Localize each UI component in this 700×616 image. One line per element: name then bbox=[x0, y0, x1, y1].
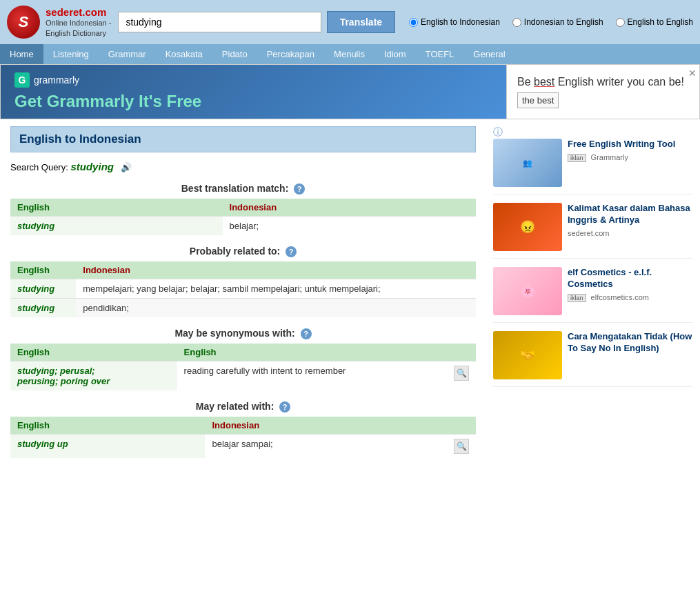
site-subtitle: Online Indonesian - English Dictionary bbox=[46, 18, 111, 38]
ad-headline: Get Grammarly It's Free bbox=[14, 92, 492, 111]
mayrel-english-0: studying up bbox=[10, 435, 205, 459]
sidebar-card-title-2: elf Cosmetics - e.l.f. Cosmetics bbox=[568, 267, 693, 290]
navigation: Home Listening Grammar Kosakata Pidato P… bbox=[0, 44, 700, 64]
syn-value-0: reading carefully with intent to remembe… bbox=[177, 361, 476, 391]
col-english-header: English bbox=[10, 199, 223, 217]
sidebar-card-img-3: 🤝 bbox=[493, 331, 562, 379]
table-row: studying; perusal;perusing; poring over … bbox=[10, 361, 476, 391]
radio-english-to-english[interactable]: English to English bbox=[616, 17, 693, 27]
mayrel-col-indonesian: Indonesian bbox=[205, 417, 476, 435]
col-indonesian-header: Indonesian bbox=[223, 199, 476, 217]
sidebar: ⓘ 👥 Free English Writing Tool iklan Gram… bbox=[486, 119, 700, 475]
grammarly-name: grammarly bbox=[34, 74, 79, 86]
sidebar-card-text-3: Cara Mengatakan Tidak (How To Say No In … bbox=[568, 331, 693, 379]
nav-pidato[interactable]: Pidato bbox=[212, 44, 257, 64]
related-english-1: studying bbox=[10, 299, 76, 318]
search-area: Translate bbox=[118, 11, 395, 33]
may-related-help-icon[interactable]: ? bbox=[279, 401, 290, 413]
related-value-1: pendidikan; bbox=[76, 299, 476, 318]
ad-the-best-input: the best bbox=[517, 92, 689, 108]
best-match-header: Best translation match: ? bbox=[10, 183, 476, 195]
sidebar-img-placeholder: 🤝 bbox=[493, 331, 562, 379]
sidebar-card-text-0: Free English Writing Tool iklan Grammarl… bbox=[568, 139, 693, 187]
related-header: Probably related to: ? bbox=[10, 246, 476, 257]
sidebar-card-text-2: elf Cosmetics - e.l.f. Cosmetics iklan e… bbox=[568, 267, 693, 315]
ad-right-section: Be best English writer you can be! the b… bbox=[506, 65, 699, 119]
best-match-help-icon[interactable]: ? bbox=[294, 183, 305, 195]
nav-idiom[interactable]: Idiom bbox=[374, 44, 416, 64]
syn-col-english1: English bbox=[10, 344, 177, 361]
sidebar-card-title-3: Cara Mengatakan Tidak (How To Say No In … bbox=[568, 331, 693, 355]
synonymous-header: May be synonymous with: ? bbox=[10, 328, 476, 339]
search-query-label: Search Query: bbox=[10, 162, 68, 172]
sidebar-card-1[interactable]: 😠 Kalimat Kasar dalam Bahasa Inggris & A… bbox=[493, 203, 693, 259]
sidebar-img-placeholder: 🌸 bbox=[493, 267, 562, 315]
may-related-header: May related with: ? bbox=[10, 401, 476, 413]
ad-left-section[interactable]: G grammarly Get Grammarly It's Free bbox=[1, 65, 506, 119]
sidebar-card-title-0: Free English Writing Tool bbox=[568, 139, 693, 150]
table-row: studying mempelajari; yang belajar; bela… bbox=[10, 279, 476, 299]
logo-area: S sederet.com Online Indonesian - Englis… bbox=[7, 6, 111, 39]
table-row: studying up belajar sampai; 🔍 bbox=[10, 435, 476, 459]
search-input[interactable] bbox=[118, 12, 321, 32]
nav-listening[interactable]: Listening bbox=[43, 44, 99, 64]
ad-tagline: Be best English writer you can be! bbox=[517, 76, 689, 88]
sidebar-card-0[interactable]: 👥 Free English Writing Tool iklan Gramma… bbox=[493, 139, 693, 195]
audio-icon[interactable]: 🔊 bbox=[121, 162, 132, 172]
nav-general[interactable]: General bbox=[463, 44, 514, 64]
radio-indonesian-to-english[interactable]: Indonesian to English bbox=[512, 17, 603, 27]
mayrel-value-0: belajar sampai; 🔍 bbox=[205, 435, 476, 459]
query-word: studying bbox=[70, 161, 114, 172]
sidebar-card-title-1: Kalimat Kasar dalam Bahasa Inggris & Art… bbox=[568, 203, 693, 226]
may-related-table: English Indonesian studying up belajar s… bbox=[10, 417, 476, 458]
sidebar-info-icon[interactable]: ⓘ bbox=[493, 126, 503, 137]
table-row: studying belajar; bbox=[10, 217, 476, 236]
grammarly-g-icon: G bbox=[14, 72, 30, 88]
related-col-indonesian: Indonesian bbox=[76, 261, 476, 279]
syn-english-0: studying; perusal;perusing; poring over bbox=[10, 361, 177, 391]
sidebar-card-source-1: sederet.com bbox=[568, 229, 693, 237]
nav-kosakata[interactable]: Kosakata bbox=[156, 44, 212, 64]
synonymous-help-icon[interactable]: ? bbox=[301, 328, 312, 339]
sidebar-img-placeholder: 😠 bbox=[493, 203, 562, 251]
related-table: English Indonesian studying mempelajari;… bbox=[10, 261, 476, 317]
nav-grammar[interactable]: Grammar bbox=[99, 44, 156, 64]
nav-percakapan[interactable]: Percakapan bbox=[257, 44, 324, 64]
ad-banner: G grammarly Get Grammarly It's Free Be b… bbox=[0, 64, 700, 119]
search-icon[interactable]: 🔍 bbox=[454, 439, 469, 454]
ad-badge: iklan bbox=[568, 294, 586, 302]
sidebar-card-2[interactable]: 🌸 elf Cosmetics - e.l.f. Cosmetics iklan… bbox=[493, 267, 693, 323]
related-help-icon[interactable]: ? bbox=[286, 246, 297, 257]
best-match-english: studying bbox=[10, 217, 223, 236]
sidebar-card-img-2: 🌸 bbox=[493, 267, 562, 315]
sidebar-img-placeholder: 👥 bbox=[493, 139, 562, 187]
radio-english-to-indonesian[interactable]: English to Indonesian bbox=[409, 17, 500, 27]
sidebar-card-text-1: Kalimat Kasar dalam Bahasa Inggris & Art… bbox=[568, 203, 693, 251]
search-icon[interactable]: 🔍 bbox=[454, 366, 469, 381]
syn-col-english2: English bbox=[177, 344, 476, 361]
nav-menulis[interactable]: Menulis bbox=[324, 44, 374, 64]
nav-toefl[interactable]: TOEFL bbox=[416, 44, 464, 64]
translate-button[interactable]: Translate bbox=[327, 11, 395, 33]
synonymous-table: English English studying; perusal;perusi… bbox=[10, 344, 476, 390]
table-row: studying pendidikan; bbox=[10, 299, 476, 318]
sidebar-card-3[interactable]: 🤝 Cara Mengatakan Tidak (How To Say No I… bbox=[493, 331, 693, 387]
header: S sederet.com Online Indonesian - Englis… bbox=[0, 0, 700, 44]
logo-text-area: sederet.com Online Indonesian - English … bbox=[46, 6, 111, 38]
site-name: sederet.com bbox=[46, 6, 111, 18]
sidebar-card-source-2: iklan elfcosmetics.com bbox=[568, 293, 693, 302]
related-english-0: studying bbox=[10, 279, 76, 299]
search-query-row: Search Query: studying 🔊 bbox=[10, 161, 476, 172]
mayrel-col-english: English bbox=[10, 417, 205, 435]
best-match-table: English Indonesian studying belajar; bbox=[10, 199, 476, 235]
sidebar-card-source-0: iklan Grammarly bbox=[568, 153, 693, 162]
nav-home[interactable]: Home bbox=[0, 44, 43, 64]
grammarly-logo: G grammarly bbox=[14, 72, 492, 88]
best-match-indonesian: belajar; bbox=[223, 217, 476, 236]
page-title: English to Indonesian bbox=[10, 126, 476, 152]
ad-badge: iklan bbox=[568, 154, 586, 162]
logo-icon: S bbox=[7, 6, 40, 39]
main-wrap: English to Indonesian Search Query: stud… bbox=[0, 119, 700, 475]
content-area: English to Indonesian Search Query: stud… bbox=[0, 119, 486, 475]
ad-close-button[interactable]: ✕ bbox=[688, 68, 697, 79]
